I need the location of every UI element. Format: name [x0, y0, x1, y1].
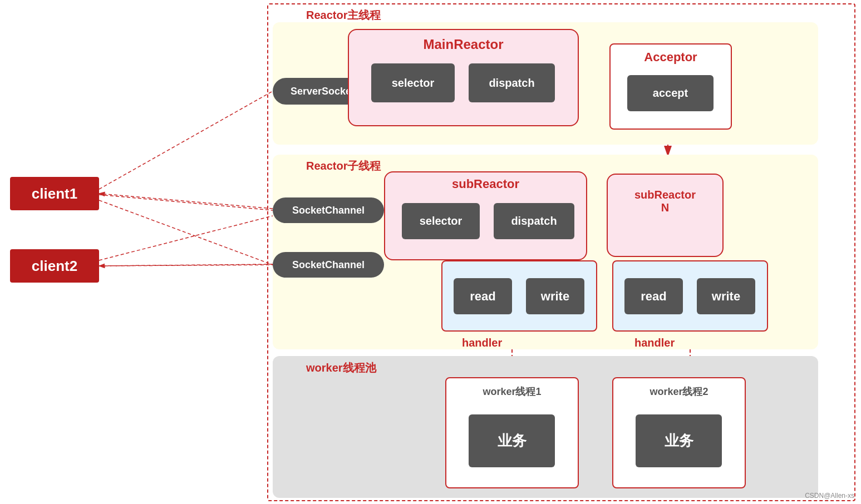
- diagram: client1 client2 Reactor主线程 ServerSocketC…: [0, 0, 861, 504]
- sub-reactor-n-region: subReactor N: [607, 174, 724, 257]
- handler1-write: write: [526, 278, 584, 314]
- sub-reactor-region: subReactor selector dispatch: [384, 171, 587, 260]
- svg-line-8: [99, 264, 273, 266]
- svg-line-2: [99, 92, 272, 189]
- worker2-box: worker线程2 业务: [612, 377, 746, 488]
- worker1-business: 业务: [469, 414, 555, 467]
- sub-reactor-dispatch: dispatch: [494, 203, 574, 239]
- socket-channel-1: SocketChannel: [273, 197, 384, 223]
- handler1-read: read: [454, 278, 512, 314]
- client1-label: client1: [32, 185, 77, 202]
- main-reactor-selector: selector: [371, 63, 455, 102]
- svg-line-4: [99, 200, 273, 265]
- svg-line-7: [99, 194, 273, 209]
- reactor-main-label: Reactor主线程: [306, 8, 381, 23]
- worker1-title: worker线程1: [446, 385, 578, 398]
- svg-line-3: [99, 195, 273, 210]
- watermark: CSDN@Allen-xs: [805, 492, 854, 500]
- handler2-write: write: [697, 278, 755, 314]
- sub-reactor-selector: selector: [402, 203, 480, 239]
- worker-pool-label: worker线程池: [306, 360, 376, 375]
- client2-label: client2: [32, 258, 77, 275]
- main-reactor-title: MainReactor: [349, 37, 578, 52]
- socket-channel-2: SocketChannel: [273, 252, 384, 278]
- handler2-region: read write: [612, 260, 768, 332]
- reactor-sub-label: Reactor子线程: [306, 159, 381, 174]
- main-reactor-dispatch: dispatch: [469, 63, 555, 102]
- acceptor-title: Acceptor: [611, 50, 731, 65]
- handler2-read: read: [624, 278, 683, 314]
- acceptor-box: Acceptor accept: [609, 43, 732, 130]
- worker2-business: 业务: [636, 414, 722, 467]
- client2-box: client2: [10, 249, 99, 283]
- worker1-box: worker线程1 业务: [445, 377, 579, 488]
- sub-reactor-title: subReactor: [385, 177, 586, 191]
- worker2-title: worker线程2: [613, 385, 745, 398]
- handler1-label: handler: [462, 337, 502, 349]
- svg-line-5: [99, 216, 273, 260]
- acceptor-accept: accept: [627, 75, 714, 111]
- handler1-region: read write: [441, 260, 597, 332]
- svg-line-6: [99, 265, 273, 266]
- main-reactor-region: MainReactor selector dispatch: [348, 29, 579, 126]
- sub-reactor-n-title: subReactor N: [608, 189, 722, 214]
- client1-box: client1: [10, 177, 99, 210]
- handler2-label: handler: [634, 337, 675, 349]
